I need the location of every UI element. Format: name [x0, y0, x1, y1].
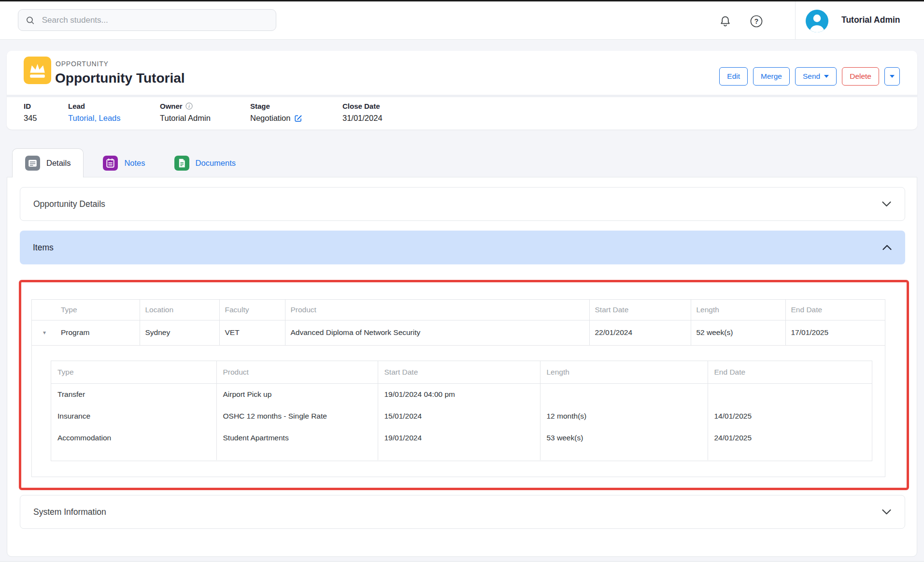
delete-button[interactable]: Delete	[842, 67, 879, 86]
details-panel: Opportunity Details Items Type Location	[7, 177, 917, 557]
chevron-down-icon[interactable]	[881, 509, 892, 515]
caret-down-icon	[890, 75, 895, 78]
tab-bar: Details Notes Documents	[12, 148, 245, 177]
svg-text:?: ?	[754, 17, 759, 25]
search-box	[18, 9, 276, 31]
section-opportunity-details[interactable]: Opportunity Details	[20, 187, 905, 221]
cell: 14/01/2025	[708, 405, 872, 427]
column-header-location: Location	[140, 300, 219, 320]
sub-column-header-length: Length	[540, 361, 708, 383]
program-row[interactable]: ▾ Program Sydney VET Advanced Diploma of…	[32, 320, 885, 345]
field-lead-label: Lead	[68, 102, 121, 110]
search-input[interactable]	[41, 15, 269, 26]
row-expand-caret-icon[interactable]: ▾	[43, 329, 46, 336]
lead-link[interactable]: Tutorial, Leads	[68, 114, 121, 123]
cell: Accommodation	[51, 427, 216, 449]
info-icon[interactable]: i	[185, 102, 193, 110]
cell: Insurance	[51, 405, 216, 427]
spacer-row	[51, 449, 872, 460]
app: ? Tutorial Admin OPPORTUNITY Opportunity…	[0, 0, 924, 567]
topbar: ? Tutorial Admin	[0, 1, 924, 40]
items-main-table: Type Location Faculty Product Start Date…	[32, 300, 885, 346]
field-close-date-value: 31/01/2024	[342, 114, 383, 123]
program-row-type: Program	[61, 328, 89, 336]
sub-item-row-transfer: Transfer Airport Pick up 19/01/2024 04:0…	[51, 383, 872, 405]
field-stage-label: Stage	[250, 102, 302, 110]
field-close-date: Close Date 31/01/2024	[342, 102, 383, 123]
cell: 19/01/2024	[378, 427, 540, 449]
program-row-location: Sydney	[140, 320, 219, 345]
cell: 53 week(s)	[540, 427, 708, 449]
info-row: ID 345 Lead Tutorial, Leads Owner i Tuto…	[7, 97, 917, 130]
opportunity-header-card: OPPORTUNITY Opportunity Tutorial Edit Me…	[7, 51, 917, 130]
red-highlight-annotation: Type Location Faculty Product Start Date…	[19, 280, 909, 490]
bell-icon[interactable]	[719, 15, 732, 28]
cell: 12 month(s)	[540, 405, 708, 427]
field-stage-value: Negotiation	[250, 114, 290, 123]
search-icon	[26, 15, 35, 25]
notes-tab-icon	[103, 156, 118, 171]
section-opportunity-details-label: Opportunity Details	[33, 199, 105, 209]
sub-column-header-end-date: End Date	[708, 361, 872, 383]
chevron-up-icon[interactable]	[882, 245, 892, 250]
footer-bar	[0, 561, 924, 567]
field-stage: Stage Negotiation	[250, 102, 302, 123]
program-row-start-date: 22/01/2024	[589, 320, 691, 345]
tab-details-label: Details	[46, 159, 71, 168]
column-header-product: Product	[285, 300, 589, 320]
send-button[interactable]: Send	[795, 67, 837, 86]
window-top-edge	[0, 0, 924, 1]
column-header-faculty: Faculty	[219, 300, 285, 320]
sub-column-header-start-date: Start Date	[378, 361, 540, 383]
help-icon[interactable]: ?	[750, 15, 763, 28]
cell: 19/01/2024 04:00 pm	[378, 383, 540, 405]
sub-items-table: Type Product Start Date Length End Date …	[51, 361, 872, 460]
entity-label: OPPORTUNITY	[56, 60, 109, 68]
sub-items-table-wrap: Type Product Start Date Length End Date …	[51, 361, 872, 461]
field-owner: Owner i Tutorial Admin	[160, 102, 211, 123]
chevron-down-icon[interactable]	[881, 201, 892, 207]
column-header-end-date: End Date	[785, 300, 885, 320]
caret-down-icon	[824, 75, 829, 78]
documents-tab-icon	[174, 156, 189, 171]
more-actions-button[interactable]	[884, 67, 900, 86]
section-items-label: Items	[33, 243, 54, 253]
cell	[708, 383, 872, 405]
topbar-divider	[795, 1, 796, 40]
avatar[interactable]	[806, 10, 828, 32]
field-close-date-label: Close Date	[342, 102, 383, 110]
program-row-product: Advanced Diploma of Network Security	[285, 320, 589, 345]
tab-documents-label: Documents	[196, 159, 236, 168]
action-buttons: Edit Merge Send Delete	[719, 67, 900, 86]
tab-notes[interactable]: Notes	[93, 148, 155, 177]
program-row-length: 52 week(s)	[691, 320, 785, 345]
sub-item-row-insurance: Insurance OSHC 12 months - Single Rate 1…	[51, 405, 872, 427]
section-items-header[interactable]: Items	[20, 231, 905, 264]
field-id: ID 345	[24, 102, 37, 123]
edit-button[interactable]: Edit	[719, 67, 748, 86]
column-header-start-date: Start Date	[589, 300, 691, 320]
crown-icon	[24, 57, 51, 84]
details-tab-icon	[25, 156, 40, 171]
merge-button[interactable]: Merge	[753, 67, 790, 86]
sub-items-header-row: Type Product Start Date Length End Date	[51, 361, 872, 383]
edit-stage-icon[interactable]	[294, 114, 302, 122]
column-header-length: Length	[691, 300, 785, 320]
user-name[interactable]: Tutorial Admin	[841, 15, 900, 25]
cell: Transfer	[51, 383, 216, 405]
cell	[540, 383, 708, 405]
tab-details[interactable]: Details	[12, 148, 84, 177]
send-label: Send	[803, 72, 820, 81]
items-main-table-header-row: Type Location Faculty Product Start Date…	[32, 300, 885, 320]
cell: Airport Pick up	[216, 383, 378, 405]
section-system-information[interactable]: System Information	[20, 495, 905, 529]
field-owner-value: Tutorial Admin	[160, 114, 211, 123]
tab-documents[interactable]: Documents	[165, 148, 245, 177]
cell: 24/01/2025	[708, 427, 872, 449]
field-id-value: 345	[24, 114, 37, 123]
section-system-information-label: System Information	[33, 507, 106, 517]
cell: OSHC 12 months - Single Rate	[216, 405, 378, 427]
field-id-label: ID	[24, 102, 37, 110]
cell: Student Apartments	[216, 427, 378, 449]
page-title: Opportunity Tutorial	[55, 71, 185, 86]
